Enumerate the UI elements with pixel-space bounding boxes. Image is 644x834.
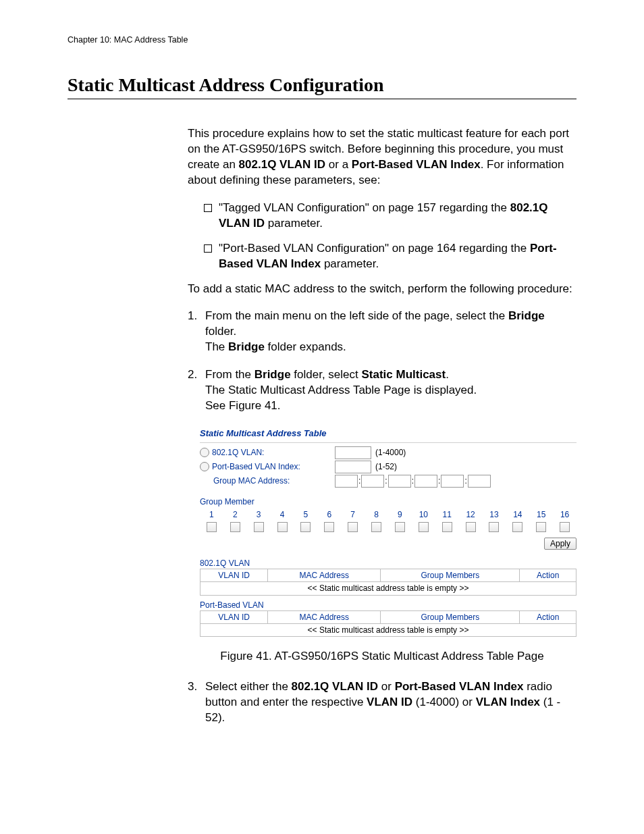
chapter-header: Chapter 10: MAC Address Table [68, 35, 576, 45]
th-vlan-id: VLAN ID [200, 610, 268, 623]
th-mac-address: MAC Address [268, 569, 381, 582]
mac-octet-1[interactable] [335, 475, 358, 488]
input-8021q-vlan[interactable] [335, 446, 371, 459]
label-port-vlan: Port-Based VLAN Index: [212, 461, 300, 472]
step-2: 2. From the Bridge folder, select Static… [188, 367, 576, 414]
port-checkbox-10[interactable] [419, 522, 429, 532]
figure-41: Static Multicast Address Table 802.1Q VL… [200, 426, 576, 637]
mac-octet-5[interactable] [441, 475, 464, 488]
th-group-members: Group Members [381, 610, 520, 623]
intro-paragraph: This procedure explains how to set the s… [188, 126, 576, 188]
port-checkbox-13[interactable] [489, 522, 499, 532]
step-1: 1. From the main menu on the left side o… [188, 309, 576, 355]
port-checkbox-16[interactable] [560, 522, 570, 532]
th-vlan-id: VLAN ID [200, 569, 268, 582]
th-group-members: Group Members [381, 569, 520, 582]
row-port-vlan: Port-Based VLAN Index: (1-52) [200, 460, 576, 474]
range-port-vlan: (1-52) [375, 461, 397, 472]
port-header: 8 [365, 509, 388, 521]
port-header: 1 [200, 509, 223, 521]
port-checkbox-2[interactable] [230, 522, 240, 532]
th-action: Action [520, 610, 576, 623]
label-8021q-vlan: 802.1Q VLAN: [212, 447, 264, 458]
mac-octet-6[interactable] [468, 475, 491, 488]
title-rule [68, 99, 576, 99]
step-3: 3. Select either the 802.1Q VLAN ID or P… [188, 679, 576, 726]
port-header: 12 [459, 509, 483, 521]
ports-grid: 1 2 3 4 5 6 7 8 9 10 11 12 13 14 15 16 [200, 509, 576, 533]
empty-row: << Static multicast address table is emp… [200, 582, 576, 595]
figure-title: Static Multicast Address Table [200, 426, 576, 443]
figure-caption: Figure 41. AT-GS950/16PS Static Multicas… [188, 649, 576, 664]
port-checkbox-15[interactable] [536, 522, 546, 532]
port-header: 16 [553, 509, 576, 521]
port-checkbox-3[interactable] [254, 522, 264, 532]
empty-row: << Static multicast address table is emp… [200, 623, 576, 636]
th-mac-address: MAC Address [268, 610, 381, 623]
port-header: 3 [247, 509, 271, 521]
lead-paragraph: To add a static MAC address to the switc… [188, 282, 576, 297]
square-bullet-icon [204, 204, 212, 212]
port-checkbox-9[interactable] [395, 522, 405, 532]
port-checkbox-6[interactable] [324, 522, 334, 532]
table-port-vlan: VLAN ID MAC Address Group Members Action… [200, 610, 576, 637]
square-bullet-icon [204, 244, 212, 253]
port-checkbox-5[interactable] [300, 522, 311, 532]
port-checkbox-1[interactable] [207, 522, 217, 532]
section-8021q-vlan: 802.1Q VLAN [200, 558, 576, 569]
range-8021q: (1-4000) [375, 447, 406, 458]
port-header: 7 [341, 509, 365, 521]
page-title: Static Multicast Address Configuration [68, 74, 576, 96]
port-checkbox-8[interactable] [371, 522, 381, 532]
port-checkbox-7[interactable] [348, 522, 358, 532]
section-port-vlan: Port-Based VLAN [200, 600, 576, 610]
port-header: 15 [529, 509, 553, 521]
radio-port-vlan[interactable] [200, 462, 209, 471]
port-header: 10 [412, 509, 435, 521]
port-header: 5 [294, 509, 318, 521]
th-action: Action [520, 569, 576, 582]
mac-octet-4[interactable] [414, 475, 437, 488]
port-header: 4 [271, 509, 294, 521]
port-header: 9 [388, 509, 412, 521]
port-header: 11 [435, 509, 459, 521]
port-header: 6 [317, 509, 341, 521]
port-header: 14 [506, 509, 529, 521]
apply-button[interactable]: Apply [544, 538, 576, 550]
table-8021q-vlan: VLAN ID MAC Address Group Members Action… [200, 569, 576, 595]
bullet-tagged-vlan: "Tagged VLAN Configuration" on page 157 … [188, 201, 576, 232]
label-group-member: Group Member [200, 496, 576, 507]
port-checkbox-11[interactable] [442, 522, 452, 532]
bullet-port-vlan: "Port-Based VLAN Configuration" on page … [188, 241, 576, 272]
port-checkbox-12[interactable] [466, 522, 476, 532]
port-header: 13 [483, 509, 506, 521]
input-port-vlan[interactable] [335, 461, 371, 473]
port-header: 2 [223, 509, 247, 521]
row-8021q-vlan: 802.1Q VLAN: (1-4000) [200, 446, 576, 460]
port-checkbox-14[interactable] [512, 522, 522, 532]
mac-octet-2[interactable] [361, 475, 384, 488]
label-mac-address: Group MAC Address: [213, 475, 290, 486]
radio-8021q-vlan[interactable] [200, 448, 209, 457]
row-mac-address: Group MAC Address: : : : : : [200, 474, 576, 488]
mac-octet-3[interactable] [388, 475, 411, 488]
port-checkbox-4[interactable] [277, 522, 288, 532]
